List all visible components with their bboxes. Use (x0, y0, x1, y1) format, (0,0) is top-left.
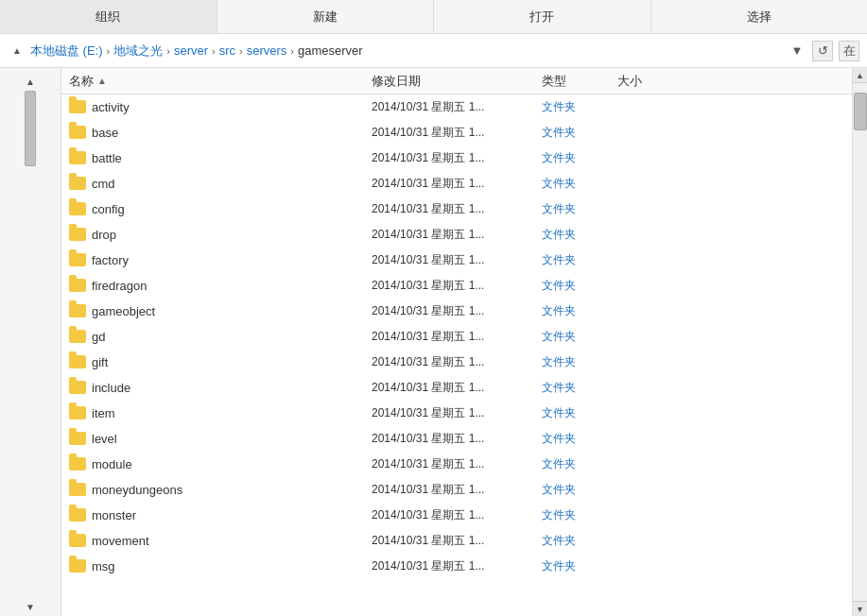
file-name: activity (92, 100, 372, 114)
table-row[interactable]: firedragon2014/10/31 星期五 1...文件夹 (61, 273, 852, 299)
col-size-header[interactable]: 大小 (617, 73, 693, 90)
file-name: msg (92, 559, 372, 573)
column-headers: 名称 ▲ 修改日期 类型 大小 (61, 68, 852, 94)
scroll-thumb[interactable] (854, 93, 867, 130)
table-row[interactable]: base2014/10/31 星期五 1...文件夹 (61, 120, 852, 145)
file-date: 2014/10/31 星期五 1... (372, 558, 542, 574)
file-date: 2014/10/31 星期五 1... (372, 456, 542, 472)
table-row[interactable]: factory2014/10/31 星期五 1...文件夹 (61, 248, 852, 273)
folder-icon (69, 355, 86, 370)
file-type: 文件夹 (542, 431, 617, 447)
toolbar-item-organize[interactable]: 组织 (0, 0, 217, 33)
sidebar-scroll-up[interactable]: ▲ (0, 72, 61, 91)
toolbar-item-select[interactable]: 选择 (651, 0, 868, 33)
folder-icon (69, 483, 86, 498)
table-row[interactable]: monster2014/10/31 星期五 1...文件夹 (61, 503, 852, 528)
breadcrumb-sep-2: › (212, 45, 216, 57)
breadcrumb-localdisk[interactable]: 本地磁盘 (E:) (30, 43, 103, 60)
main-layout: ▲ ▼ 名称 ▲ 修改日期 类型 大小 activity2014/10/31 星… (0, 68, 867, 616)
file-name: gd (92, 330, 372, 344)
file-type: 文件夹 (542, 533, 617, 549)
file-type: 文件夹 (542, 354, 617, 370)
folder-icon (69, 202, 86, 217)
file-type: 文件夹 (542, 227, 617, 243)
sort-arrow-icon: ▲ (97, 76, 107, 86)
breadcrumb-server[interactable]: server (174, 43, 208, 58)
folder-icon (69, 126, 86, 141)
table-row[interactable]: drop2014/10/31 星期五 1...文件夹 (61, 222, 852, 248)
file-type: 文件夹 (542, 278, 617, 294)
sidebar: ▲ ▼ (0, 68, 61, 616)
table-row[interactable]: movement2014/10/31 星期五 1...文件夹 (61, 528, 852, 554)
table-row[interactable]: include2014/10/31 星期五 1...文件夹 (61, 375, 852, 401)
table-row[interactable]: gift2014/10/31 星期五 1...文件夹 (61, 350, 852, 375)
folder-icon (69, 100, 86, 115)
breadcrumb-controls: ▼ ↺ 在 (788, 41, 859, 61)
file-date: 2014/10/31 星期五 1... (372, 99, 542, 115)
file-area: 名称 ▲ 修改日期 类型 大小 activity2014/10/31 星期五 1… (61, 68, 852, 616)
breadcrumb-src[interactable]: src (219, 43, 235, 58)
file-date: 2014/10/31 星期五 1... (372, 201, 542, 217)
file-date: 2014/10/31 星期五 1... (372, 507, 542, 523)
file-name: config (92, 202, 372, 216)
table-row[interactable]: item2014/10/31 星期五 1...文件夹 (61, 401, 852, 426)
breadcrumb-gameserver: gameserver (298, 43, 363, 58)
right-scrollbar: ▲ ▼ (852, 68, 867, 616)
table-row[interactable]: moneydungeons2014/10/31 星期五 1...文件夹 (61, 477, 852, 503)
file-type: 文件夹 (542, 99, 617, 115)
breadcrumb-diyu[interactable]: 地域之光 (113, 43, 163, 60)
table-row[interactable]: gameobject2014/10/31 星期五 1...文件夹 (61, 299, 852, 324)
breadcrumb-sep-1: › (166, 45, 170, 57)
folder-icon (69, 457, 86, 472)
table-row[interactable]: gd2014/10/31 星期五 1...文件夹 (61, 324, 852, 350)
folder-icon (69, 151, 86, 166)
file-type: 文件夹 (542, 303, 617, 319)
file-date: 2014/10/31 星期五 1... (372, 150, 542, 166)
folder-icon (69, 432, 86, 447)
file-date: 2014/10/31 星期五 1... (372, 329, 542, 345)
file-name: module (92, 457, 372, 471)
file-type: 文件夹 (542, 252, 617, 268)
table-row[interactable]: module2014/10/31 星期五 1...文件夹 (61, 452, 852, 477)
file-type: 文件夹 (542, 150, 617, 166)
table-row[interactable]: config2014/10/31 星期五 1...文件夹 (61, 197, 852, 222)
breadcrumb-nav-btn[interactable]: 在 (839, 41, 859, 61)
folder-icon (69, 330, 86, 345)
col-type-header[interactable]: 类型 (542, 73, 617, 90)
file-name: moneydungeons (92, 483, 372, 497)
table-row[interactable]: cmd2014/10/31 星期五 1...文件夹 (61, 171, 852, 197)
file-name: item (92, 406, 372, 420)
file-date: 2014/10/31 星期五 1... (372, 380, 542, 396)
table-row[interactable]: battle2014/10/31 星期五 1...文件夹 (61, 145, 852, 171)
breadcrumb-sep-4: › (290, 45, 294, 57)
scroll-up-btn[interactable]: ▲ (853, 68, 868, 83)
breadcrumb-dropdown-btn[interactable]: ▼ (788, 42, 806, 60)
file-type: 文件夹 (542, 482, 617, 498)
file-type: 文件夹 (542, 380, 617, 396)
table-row[interactable]: level2014/10/31 星期五 1...文件夹 (61, 426, 852, 452)
table-row[interactable]: activity2014/10/31 星期五 1...文件夹 (61, 94, 852, 120)
sidebar-scrollbar-thumb[interactable] (25, 91, 36, 166)
file-type: 文件夹 (542, 201, 617, 217)
file-date: 2014/10/31 星期五 1... (372, 176, 542, 192)
file-date: 2014/10/31 星期五 1... (372, 533, 542, 549)
file-type: 文件夹 (542, 405, 617, 421)
file-type: 文件夹 (542, 558, 617, 574)
col-date-header[interactable]: 修改日期 (372, 73, 542, 90)
breadcrumb-servers[interactable]: servers (247, 43, 287, 58)
file-type: 文件夹 (542, 125, 617, 141)
folder-icon (69, 406, 86, 421)
sidebar-scroll-down[interactable]: ▼ (0, 597, 61, 616)
toolbar-item-new[interactable]: 新建 (217, 0, 435, 33)
toolbar-item-open[interactable]: 打开 (434, 0, 651, 33)
sidebar-scroll-track (0, 91, 61, 597)
scroll-down-btn[interactable]: ▼ (853, 601, 868, 616)
file-date: 2014/10/31 星期五 1... (372, 303, 542, 319)
file-name: cmd (92, 177, 372, 191)
breadcrumb-refresh-btn[interactable]: ↺ (812, 41, 833, 61)
col-name-header[interactable]: 名称 ▲ (69, 73, 372, 90)
breadcrumb-up-arrow[interactable]: ▲ (8, 42, 26, 60)
folder-icon (69, 534, 86, 549)
table-row[interactable]: msg2014/10/31 星期五 1...文件夹 (61, 554, 852, 579)
file-date: 2014/10/31 星期五 1... (372, 354, 542, 370)
